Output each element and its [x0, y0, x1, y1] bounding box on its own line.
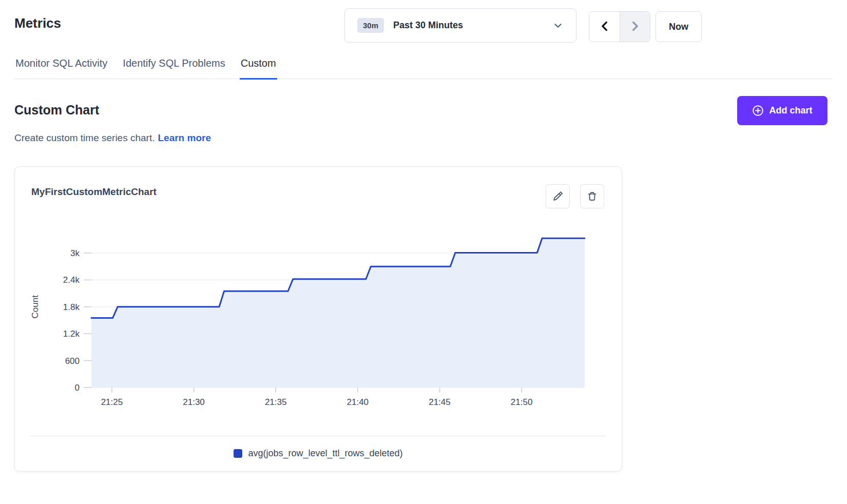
tab-monitor-sql-activity[interactable]: Monitor SQL Activity — [14, 57, 108, 79]
svg-text:1.8k: 1.8k — [63, 302, 80, 312]
section-subtitle: Create custom time series chart.Learn mo… — [14, 132, 211, 144]
legend-divider — [30, 436, 606, 436]
pencil-icon — [552, 191, 563, 202]
previous-time-button[interactable] — [589, 12, 620, 42]
time-nav-group — [589, 11, 650, 42]
chart-title: MyFirstCustomMetricChart — [31, 186, 157, 198]
next-time-button[interactable] — [620, 12, 650, 42]
now-button[interactable]: Now — [656, 11, 702, 42]
time-range-badge: 30m — [357, 18, 384, 33]
time-range-dropdown[interactable]: 30m Past 30 Minutes — [344, 8, 576, 43]
delete-chart-button[interactable] — [580, 184, 604, 208]
time-range-label: Past 30 Minutes — [393, 20, 463, 31]
page-title: Metrics — [14, 15, 61, 31]
svg-text:0: 0 — [75, 383, 80, 393]
custom-chart-plot: 06001.2k1.8k2.4k3k21:2521:3021:3521:4021… — [15, 214, 622, 419]
svg-text:21:35: 21:35 — [265, 397, 287, 407]
legend-swatch — [234, 449, 242, 458]
legend-label: avg(jobs_row_level_ttl_rows_deleted) — [248, 448, 402, 459]
metrics-page: Metrics 30m Past 30 Minutes Now Monitor … — [0, 0, 847, 504]
add-chart-label: Add chart — [769, 105, 812, 116]
custom-chart-card: MyFirstCustomMetricChart 06001.2k1.8k2.4… — [14, 166, 622, 472]
chart-legend: avg(jobs_row_level_ttl_rows_deleted) — [15, 448, 622, 459]
trash-icon — [587, 191, 598, 202]
section-title: Custom Chart — [14, 103, 99, 118]
chevron-left-icon — [599, 21, 610, 33]
tab-custom[interactable]: Custom — [240, 57, 277, 80]
svg-text:1.2k: 1.2k — [63, 329, 80, 339]
svg-text:2.4k: 2.4k — [63, 275, 80, 285]
plus-circle-icon — [752, 105, 764, 117]
learn-more-link[interactable]: Learn more — [158, 132, 210, 143]
svg-text:21:25: 21:25 — [101, 397, 123, 407]
svg-text:21:30: 21:30 — [183, 397, 205, 407]
svg-text:21:45: 21:45 — [429, 397, 451, 407]
svg-text:3k: 3k — [70, 248, 80, 258]
edit-chart-button[interactable] — [546, 184, 570, 208]
chevron-down-icon — [553, 21, 563, 30]
subtitle-text: Create custom time series chart. — [14, 132, 155, 143]
svg-text:Count: Count — [30, 295, 40, 319]
metrics-tabs: Monitor SQL Activity Identify SQL Proble… — [14, 57, 833, 79]
svg-text:21:50: 21:50 — [511, 397, 533, 407]
add-chart-button[interactable]: Add chart — [737, 96, 827, 125]
tab-identify-sql-problems[interactable]: Identify SQL Problems — [122, 57, 226, 79]
svg-text:21:40: 21:40 — [347, 397, 369, 407]
svg-text:600: 600 — [65, 356, 80, 366]
chevron-right-icon — [629, 21, 641, 33]
